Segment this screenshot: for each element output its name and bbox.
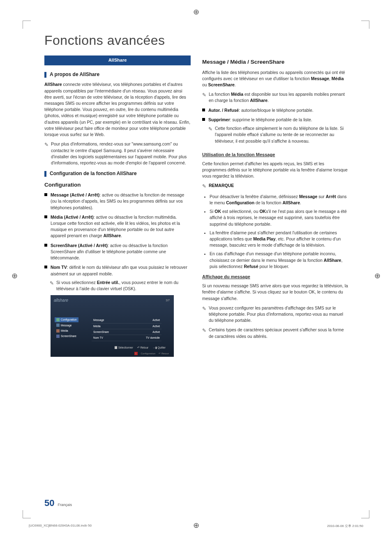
note-icon: ✎ xyxy=(202,183,206,190)
note-icon: ✎ xyxy=(202,327,206,339)
note-icon: ✎ xyxy=(202,305,206,324)
print-file: [UC6900_XC]BN68-02843A-01L06.indb 50 xyxy=(29,524,92,528)
page-footer: 50 Français xyxy=(44,498,72,508)
table-row: ScreenShareActivé xyxy=(92,329,161,335)
section-bar-icon xyxy=(44,171,46,177)
menu-item-screenshare: ScreenShare xyxy=(55,334,78,338)
table-row: MessageActivé xyxy=(92,317,161,323)
bullet-icon xyxy=(44,266,47,268)
bullet-icon xyxy=(44,244,47,247)
list-item: Pour désactiver la fenêtre d'alarme, déf… xyxy=(210,194,348,206)
screenshot-footer2: A Configuration ↶ Retour xyxy=(134,352,169,356)
screenshot-menu: Configuration Message Média ScreenShare xyxy=(55,317,78,339)
remarque-block: ✎ REMARQUE xyxy=(202,183,348,190)
screenshot-badge: 3/7 xyxy=(166,298,170,303)
table-row: MédiaActivé xyxy=(92,323,161,329)
gear-icon xyxy=(56,318,60,321)
section-title: Configuration de la fonction AllShare xyxy=(50,170,137,177)
note-media: ✎ La fonction Média est disponible sur t… xyxy=(202,91,348,104)
note-icon: ✎ xyxy=(50,280,54,292)
bullet-supprimer: Supprimer: supprime le téléphone portabl… xyxy=(202,117,348,148)
note-block: ✎ Pour plus d'informations, rendez-vous … xyxy=(44,141,191,166)
message-usage-text: Cette fonction permet d'afficher les app… xyxy=(202,161,348,180)
section-title: A propos de AllShare xyxy=(50,71,99,78)
bullet-icon xyxy=(44,193,47,196)
bullet-icon xyxy=(202,109,205,111)
config-item-screenshare: ScreenShare (Activé / Arrêt): active ou … xyxy=(44,243,191,261)
bullet-icon xyxy=(44,215,47,218)
config-item-nomtv: Nom TV: définit le nom du téléviseur afi… xyxy=(44,264,191,357)
page-language: Français xyxy=(58,503,72,507)
section-config-allshare: Configuration de la fonction AllShare xyxy=(44,170,191,177)
allshare-tab: AllShare xyxy=(44,55,191,65)
about-paragraph: AllShare connecte votre téléviseur, vos … xyxy=(44,81,191,138)
list-item: La fenêtre d'alarme peut s'afficher pend… xyxy=(210,230,348,249)
left-column: AllShare A propos de AllShare AllShare c… xyxy=(44,55,191,360)
right-heading: Message / Média / ScreenShare xyxy=(202,58,348,66)
crop-mark xyxy=(23,21,31,29)
config-item-message: Message (Activé / Arrêt): active ou désa… xyxy=(44,192,191,211)
crop-mark xyxy=(23,510,31,518)
screenshot-logo: allshare xyxy=(54,298,68,304)
menu-item-media: Média xyxy=(55,328,78,333)
aff-note1: ✎ Vous pouvez configurer les paramètres … xyxy=(202,305,348,324)
page-number: 50 xyxy=(44,498,54,508)
bullet-icon xyxy=(202,118,205,121)
section-about-allshare: A propos de AllShare xyxy=(44,71,191,78)
crop-mark xyxy=(361,510,369,518)
bullet-autor: Autor. / Refusé: autorise/bloque le télé… xyxy=(202,107,348,113)
list-item: Si OK est sélectionné, ou OKs'il ne l'es… xyxy=(210,208,348,227)
registration-mark-right: ⊕ xyxy=(374,271,380,280)
supprimer-note: Cette fonction efface simplement le nom … xyxy=(215,125,348,144)
crop-mark xyxy=(361,21,369,29)
right-column: Message / Média / ScreenShare Affiche la… xyxy=(202,55,348,360)
affichage-text: Si un nouveau message SMS arrive alors q… xyxy=(202,283,348,302)
registration-mark-top: ⊕ xyxy=(193,7,199,16)
print-metadata: [UC6900_XC]BN68-02843A-01L06.indb 50 201… xyxy=(29,524,363,528)
screenshot-table: MessageActivé MédiaActivé ScreenShareAct… xyxy=(92,317,161,341)
menu-item-configuration: Configuration xyxy=(55,317,78,322)
affichage-heading: Affichage du message xyxy=(202,274,348,280)
menu-item-message: Message xyxy=(55,323,78,328)
remarque-list: Pour désactiver la fenêtre d'alarme, déf… xyxy=(202,194,348,270)
note-icon: ✎ xyxy=(44,141,48,166)
nomtv-note: Si vous sélectionnez Entrée util., vous … xyxy=(56,280,191,292)
configuration-heading: Configuration xyxy=(44,181,191,189)
note-icon: ✎ xyxy=(208,126,212,144)
screenshare-icon xyxy=(56,335,60,338)
message-icon xyxy=(56,323,60,327)
message-usage-heading: Utilisation de la fonction Message xyxy=(202,152,348,158)
section-bar-icon xyxy=(44,72,46,78)
config-item-media: Média (Activé / Arrêt): active ou désact… xyxy=(44,214,191,239)
right-intro: Affiche la liste des téléphones portable… xyxy=(202,69,348,88)
allshare-screenshot: allshare 3/7 Configuration Message Média… xyxy=(51,295,174,357)
note-text: Pour plus d'informations, rendez-vous su… xyxy=(51,141,191,166)
remarque-label: REMARQUE xyxy=(209,183,234,190)
list-item: En cas d'affichage d'un message d'un tél… xyxy=(210,251,348,270)
table-row: Nom TVTV domicile xyxy=(92,335,161,341)
print-date: 2010-08-06 오후 2:01:50 xyxy=(327,524,363,528)
page-title: Fonctions avancées xyxy=(44,33,348,48)
registration-mark-left: ⊕ xyxy=(12,271,18,280)
note-icon: ✎ xyxy=(202,92,206,104)
media-icon xyxy=(56,329,60,333)
aff-note2: ✎ Certains types de caractères spéciaux … xyxy=(202,327,348,339)
screenshot-footer: 🅴 Sélectionner ↶ Retour →▮ Quitter xyxy=(115,346,166,349)
